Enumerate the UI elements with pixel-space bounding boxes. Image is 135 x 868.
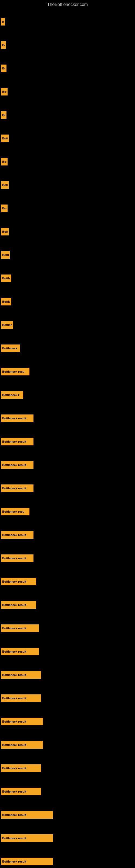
bar: Bottleneck result [1, 741, 43, 749]
bar-item: Bottle [0, 290, 135, 305]
bar: Bottleneck result [1, 648, 39, 655]
bar: Bot [1, 205, 8, 212]
bar-item: Bottlen [0, 314, 135, 329]
bar-label: Bottleneck result [2, 860, 26, 863]
bar-label: Bottleneck result [2, 627, 26, 630]
bar: Bottleneck result [1, 438, 34, 445]
bar-item: Bottleneck result [0, 407, 135, 422]
bar-label: Bottleneck result [2, 767, 26, 770]
bar-item: Bo [0, 104, 135, 119]
bar-label: Bottleneck r [2, 393, 19, 397]
bar: Bottleneck result [1, 485, 34, 492]
bar-item: B4 [0, 34, 135, 49]
bar-label: B4 [2, 43, 5, 46]
bars-container: BB4BoBotBoBottBotBottBotBottBottlBottleB… [0, 10, 135, 868]
bar: B4 [1, 41, 6, 49]
bar: Bottleneck result [1, 671, 41, 679]
bar-item: Bottleneck result [0, 734, 135, 749]
bar-item: Bottleneck result [0, 593, 135, 609]
bar-label: Bottleneck result [2, 790, 26, 793]
bar-item: Bottleneck resu [0, 360, 135, 375]
bar-item: B [0, 10, 135, 26]
bar-label: Bottleneck resu [2, 370, 25, 373]
bar-item: Bottleneck result [0, 640, 135, 655]
bar-item: Bottleneck result [0, 827, 135, 842]
bar: Bottleneck resu [1, 508, 30, 516]
bar-label: Bottleneck result [2, 533, 26, 536]
bar: Bottleneck result [1, 601, 36, 609]
bar-item: Bottleneck result [0, 430, 135, 445]
bar-item: Bottleneck result [0, 617, 135, 632]
bar: Bottleneck result [1, 554, 34, 562]
bar: Bo [1, 111, 6, 119]
bar-label: Bottleneck resu [2, 510, 25, 513]
bar-label: Bottle [2, 277, 10, 280]
bar-label: Bot [2, 160, 6, 163]
bar-label: Bott [2, 183, 8, 187]
bar: Bot [1, 88, 8, 95]
bar: Bottl [1, 251, 10, 259]
bar-label: Bottle [2, 300, 10, 303]
bar-item: Bot [0, 150, 135, 165]
bar-item: Bottle [0, 267, 135, 282]
bar: Bottlen [1, 321, 13, 329]
bar-item: Bottleneck result [0, 803, 135, 818]
bar-item: Bottl [0, 244, 135, 259]
bar-item: Bot [0, 197, 135, 212]
bar-label: Bott [2, 230, 8, 233]
bar-label: Bottleneck result [2, 440, 26, 443]
bar-item: Bott [0, 174, 135, 189]
bar-label: Bot [2, 207, 6, 210]
bar-label: Bottleneck result [2, 603, 26, 607]
bar: Bottle [1, 298, 11, 305]
bar-label: Bottleneck result [2, 720, 26, 723]
bar: Bottleneck result [1, 694, 41, 702]
bar-item: Bott [0, 220, 135, 236]
bar-label: Bottleneck result [2, 487, 26, 490]
bar: Bottleneck result [1, 834, 53, 842]
bar-item: Bottleneck [0, 337, 135, 352]
bar-item: Bottleneck result [0, 710, 135, 725]
bar-item: Bo [0, 57, 135, 72]
bar: Bottleneck result [1, 461, 34, 469]
bar: Bottleneck resu [1, 368, 30, 375]
bar-label: Bottleneck result [2, 580, 26, 583]
bar-label: Bottleneck result [2, 650, 26, 653]
bar-label: Bott [2, 137, 8, 140]
bar: Bottleneck result [1, 578, 36, 585]
bar-item: Bottleneck result [0, 780, 135, 795]
bar-item: Bottleneck result [0, 570, 135, 585]
bar-label: Bottleneck result [2, 463, 26, 467]
bar: Bot [1, 158, 8, 165]
bar-label: Bottleneck result [2, 813, 26, 816]
bar-item: Bottleneck result [0, 757, 135, 772]
bar-label: Bottlen [2, 323, 12, 327]
bar: Bottleneck result [1, 764, 41, 772]
bar-item: Bottleneck result [0, 687, 135, 702]
bar: Bottleneck result [1, 718, 43, 725]
bar-label: Bottleneck result [2, 837, 26, 840]
bar-item: Bottleneck result [0, 477, 135, 492]
bar-item: Bot [0, 80, 135, 95]
bar: Bottleneck result [1, 858, 53, 865]
bar-label: Bottleneck result [2, 696, 26, 700]
bar: Bottleneck result [1, 811, 53, 818]
bar-label: Bo [2, 113, 5, 117]
bar: Bottleneck result [1, 624, 39, 632]
bar: Bottleneck result [1, 531, 34, 539]
bar-item: Bottleneck result [0, 454, 135, 469]
bar: Bo [1, 65, 6, 72]
site-header: TheBottlenecker.com [0, 0, 135, 10]
bar: B [1, 18, 5, 26]
bar: Bottleneck result [1, 788, 41, 795]
bar-label: Bot [2, 90, 6, 93]
bar: Bottleneck result [1, 414, 34, 422]
bar-item: Bottleneck result [0, 850, 135, 865]
bar-item: Bottleneck r [0, 383, 135, 399]
bar: Bottleneck [1, 344, 20, 352]
bar-label: Bottleneck result [2, 557, 26, 560]
bar-item: Bott [0, 127, 135, 142]
bar-label: Bottl [2, 253, 9, 257]
bar-item: Bottleneck result [0, 547, 135, 562]
bar: Bottle [1, 275, 11, 282]
